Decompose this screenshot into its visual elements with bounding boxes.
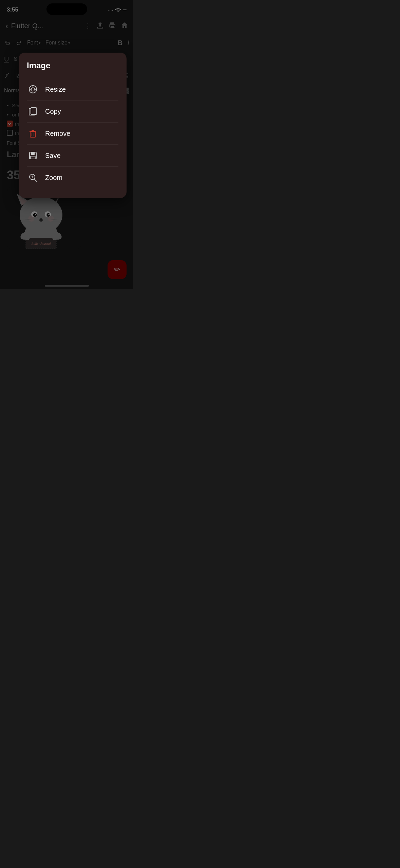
resize-icon	[27, 83, 39, 95]
save-icon	[27, 149, 39, 162]
context-menu: Image Resize Copy Remove Save Zoom	[19, 53, 127, 198]
zoom-icon	[27, 171, 39, 184]
svg-rect-72	[31, 108, 37, 114]
zoom-label: Zoom	[45, 174, 62, 182]
menu-item-remove[interactable]: Remove	[27, 123, 118, 145]
copy-label: Copy	[45, 108, 61, 115]
menu-item-copy[interactable]: Copy	[27, 101, 118, 123]
context-menu-title: Image	[27, 61, 118, 70]
remove-label: Remove	[45, 130, 70, 138]
svg-line-81	[34, 179, 37, 181]
menu-item-zoom[interactable]: Zoom	[27, 167, 118, 188]
menu-item-resize[interactable]: Resize	[27, 78, 118, 101]
resize-label: Resize	[45, 86, 66, 93]
svg-rect-79	[31, 156, 35, 159]
copy-icon	[27, 105, 39, 117]
svg-rect-78	[31, 152, 35, 155]
remove-icon	[27, 127, 39, 140]
menu-item-save[interactable]: Save	[27, 145, 118, 167]
save-label: Save	[45, 152, 61, 160]
svg-point-66	[31, 88, 35, 91]
svg-rect-73	[30, 131, 36, 137]
